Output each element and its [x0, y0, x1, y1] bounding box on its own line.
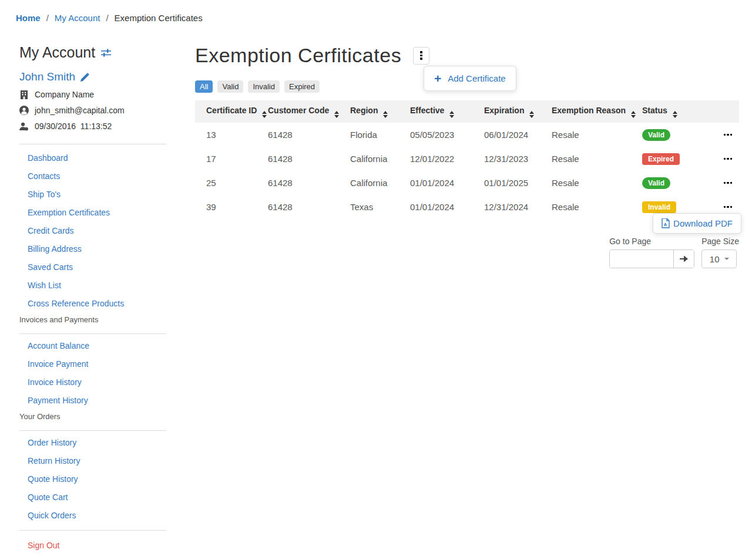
cell-customer-code: 61428 [268, 147, 350, 171]
cell-expiration: 06/01/2024 [484, 123, 552, 147]
row-actions-button[interactable] [709, 206, 739, 208]
user-name-link[interactable]: John Smith [19, 70, 75, 83]
column-header-customer-code[interactable]: Customer Code [268, 100, 350, 123]
sliders-icon[interactable] [101, 49, 111, 57]
cell-region: California [350, 147, 410, 171]
sidebar-item-quote-history[interactable]: Quote History [28, 474, 78, 484]
sidebar-item-credit-cards[interactable]: Credit Cards [28, 226, 74, 235]
page: Home / My Account / Exemption Certificat… [0, 0, 752, 554]
column-header-region[interactable]: Region [350, 100, 410, 123]
sidebar-item-order-history[interactable]: Order History [28, 438, 76, 447]
table-row: 17 61428 California 12/01/2022 12/31/202… [195, 147, 739, 171]
cell-exemption-reason: Resale [552, 123, 642, 147]
download-pdf-menu-item[interactable]: A Download PDF [653, 213, 741, 234]
sidebar-item-cross-reference-products[interactable]: Cross Reference Products [28, 299, 124, 308]
cell-certificate-id: 17 [195, 147, 268, 171]
sidebar-divider [19, 430, 166, 431]
table-header-row: Certificate ID Customer Code Region Effe… [195, 100, 739, 123]
page-title: Exemption Cerfiticates [195, 44, 401, 67]
sidebar-item-exemption-certificates[interactable]: Exemption Certificates [28, 208, 110, 217]
cell-region: Florida [350, 123, 410, 147]
sidebar-divider [19, 333, 166, 334]
user-circle-icon [19, 106, 29, 115]
cell-expiration: 12/31/2024 [484, 195, 552, 219]
sidebar-item-quote-cart[interactable]: Quote Cart [28, 492, 68, 502]
column-header-effective[interactable]: Effective [410, 100, 484, 123]
sidebar: My Account John Smith [19, 44, 166, 554]
download-pdf-label: Download PDF [673, 218, 733, 228]
cell-effective: 12/01/2022 [410, 147, 484, 171]
email-row: john_smith@capital.com [19, 106, 166, 115]
page-size-select[interactable]: 10 [701, 249, 737, 268]
title-menu-button[interactable] [413, 47, 429, 65]
sidebar-item-payment-history[interactable]: Payment History [28, 396, 88, 405]
sidebar-item-invoice-history[interactable]: Invoice History [28, 377, 82, 387]
breadcrumb-link-home[interactable]: Home [16, 13, 41, 23]
cell-customer-code: 61428 [268, 123, 350, 147]
user-clock-icon [19, 122, 29, 131]
column-header-certificate-id[interactable]: Certificate ID [195, 100, 268, 123]
sort-icon [383, 111, 388, 118]
cell-region: Texas [350, 195, 410, 219]
sidebar-item-saved-carts[interactable]: Saved Carts [28, 262, 73, 272]
caret-down-icon [724, 258, 729, 260]
column-header-expiration[interactable]: Expiration [484, 100, 552, 123]
filter-valid[interactable]: Valid [217, 80, 243, 93]
filter-all[interactable]: All [195, 80, 213, 93]
go-to-page-group: Go to Page [609, 237, 694, 268]
filter-invalid[interactable]: Invalid [248, 80, 280, 93]
company-name: Company Name [35, 90, 94, 99]
building-icon [19, 90, 29, 99]
row-actions-button[interactable] [709, 134, 739, 136]
sidebar-divider [19, 144, 166, 144]
row-actions-button[interactable] [709, 158, 739, 160]
kebab-icon [420, 51, 422, 60]
sidebar-item-wish-list[interactable]: Wish List [28, 281, 61, 290]
pencil-icon[interactable] [80, 72, 90, 82]
status-badge: Valid [642, 177, 670, 189]
go-to-page-button[interactable] [673, 250, 694, 268]
cell-exemption-reason: Resale [552, 195, 642, 219]
breadcrumb-current: Exemption Certificates [115, 13, 203, 23]
last-login-datetime: 09/30/2016 11:13:52 [35, 122, 112, 131]
column-header-exemption-reason[interactable]: Exemption Reason [552, 100, 642, 123]
cell-expiration: 12/31/2023 [484, 147, 552, 171]
sidebar-item-ship-tos[interactable]: Ship To's [28, 190, 61, 199]
breadcrumb: Home / My Account / Exemption Certificat… [14, 13, 739, 23]
sidebar-item-billing-address[interactable]: Billing Address [28, 244, 82, 254]
page-size-group: Page Size 10 [701, 237, 739, 268]
add-certificate-button[interactable]: + Add Certificate [424, 66, 516, 91]
svg-text:A: A [664, 222, 667, 227]
sidebar-section-your-orders: Your Orders [19, 409, 166, 427]
add-certificate-label: Add Certificate [448, 73, 505, 83]
page-size-label: Page Size [701, 237, 739, 246]
breadcrumb-link-my-account[interactable]: My Account [55, 13, 100, 23]
table-row: 13 61428 Florida 05/05/2023 06/01/2024 R… [195, 123, 739, 147]
certificates-table: Certificate ID Customer Code Region Effe… [195, 100, 739, 219]
sidebar-section-invoices-and-payments: Invoices and Payments [19, 312, 166, 330]
column-header-status[interactable]: Status [642, 100, 709, 123]
row-actions-button[interactable] [709, 182, 739, 184]
cell-effective: 05/05/2023 [410, 123, 484, 147]
sidebar-title: My Account [19, 44, 95, 61]
cell-expiration: 01/01/2025 [484, 171, 552, 195]
sidebar-item-return-history[interactable]: Return History [28, 456, 80, 465]
cell-effective: 01/01/2024 [410, 195, 484, 219]
sort-icon [673, 111, 677, 118]
sidebar-item-dashboard[interactable]: Dashboard [28, 153, 68, 163]
cell-certificate-id: 25 [195, 171, 268, 195]
main-content: Exemption Cerfiticates + Add Certificate… [195, 44, 739, 554]
cell-certificate-id: 13 [195, 123, 268, 147]
sidebar-item-contacts[interactable]: Contacts [28, 171, 60, 181]
sign-out-link[interactable]: Sign Out [28, 541, 59, 550]
go-to-page-input[interactable] [610, 250, 673, 268]
sidebar-item-account-balance[interactable]: Account Balance [28, 341, 89, 350]
go-to-page-label: Go to Page [609, 237, 694, 246]
filter-expired[interactable]: Expired [284, 80, 320, 93]
sort-icon [631, 111, 636, 118]
sidebar-item-quick-orders[interactable]: Quick Orders [28, 511, 76, 520]
cell-certificate-id: 39 [195, 195, 268, 219]
company-row: Company Name [19, 90, 166, 99]
sidebar-item-invoice-payment[interactable]: Invoice Payment [28, 359, 89, 369]
plus-icon: + [434, 72, 441, 85]
